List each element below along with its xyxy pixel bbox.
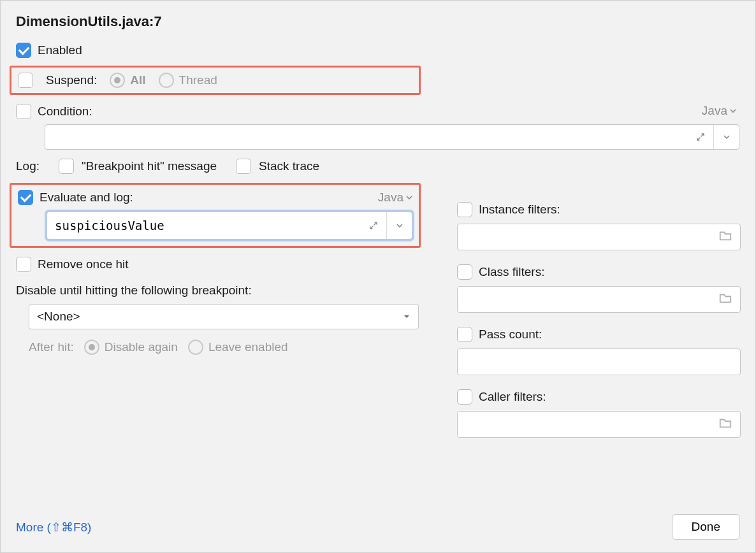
condition-language-label: Java <box>702 104 727 118</box>
log-row: Log: "Breakpoint hit" message Stack trac… <box>16 159 444 174</box>
pass-count-row: Pass count: <box>457 327 741 342</box>
right-column: Instance filters: Class filters: Pass co… <box>457 202 741 452</box>
after-hit-row: After hit: Disable again Leave enabled <box>29 340 444 355</box>
browse-icon[interactable] <box>718 229 732 246</box>
log-label: Log: <box>16 159 40 173</box>
pass-count-checkbox[interactable] <box>457 327 472 342</box>
condition-input[interactable] <box>45 130 688 144</box>
browse-icon[interactable] <box>718 291 732 308</box>
panel-title: DimensionUtils.java:7 <box>16 13 740 30</box>
remove-once-hit-row: Remove once hit <box>16 257 444 272</box>
disable-until-label: Disable until hitting the following brea… <box>16 284 444 298</box>
instance-filters-checkbox[interactable] <box>457 202 472 217</box>
evaluate-section: Evaluate and log: Java <box>10 183 421 248</box>
suspend-checkbox[interactable] <box>18 73 33 88</box>
disable-until-value: <None> <box>37 310 80 324</box>
suspend-section: Suspend: All Thread <box>10 66 421 95</box>
after-hit-disable-radio[interactable] <box>84 340 99 355</box>
after-hit-label: After hit: <box>29 340 74 354</box>
evaluate-history-dropdown[interactable] <box>386 212 412 239</box>
pass-count-label: Pass count: <box>479 327 542 341</box>
more-link[interactable]: More (⇧⌘F8) <box>16 520 91 535</box>
after-hit-leave-radio[interactable] <box>188 340 203 355</box>
footer: More (⇧⌘F8) Done <box>16 514 740 540</box>
chevron-down-icon <box>403 313 411 320</box>
class-filters-row: Class filters: <box>457 264 741 280</box>
evaluate-language-dropdown[interactable]: Java <box>378 190 412 205</box>
suspend-thread-radio[interactable] <box>159 73 174 88</box>
evaluate-language-label: Java <box>378 190 403 205</box>
caller-filters-checkbox[interactable] <box>457 389 472 405</box>
pass-count-input[interactable] <box>457 348 741 375</box>
condition-language-dropdown[interactable]: Java <box>702 104 736 118</box>
evaluate-input[interactable] <box>47 219 361 233</box>
enabled-checkbox[interactable] <box>16 43 31 58</box>
condition-label: Condition: <box>38 104 92 118</box>
condition-row: Condition: Java <box>16 104 444 150</box>
after-hit-disable-label: Disable again <box>105 340 178 354</box>
stack-checkbox[interactable] <box>236 159 251 174</box>
stack-label: Stack trace <box>259 159 319 173</box>
enabled-row: Enabled <box>16 43 444 58</box>
caller-filters-label: Caller filters: <box>479 390 546 404</box>
condition-input-combo <box>45 124 739 150</box>
instance-filters-label: Instance filters: <box>479 203 560 217</box>
suspend-all-radio[interactable] <box>110 73 125 88</box>
after-hit-leave-label: Leave enabled <box>208 340 288 354</box>
instance-filters-row: Instance filters: <box>457 202 741 217</box>
bphit-checkbox[interactable] <box>59 159 74 174</box>
class-filters-input[interactable] <box>457 286 741 313</box>
evaluate-label: Evaluate and log: <box>40 190 133 205</box>
disable-until-section: Disable until hitting the following brea… <box>16 284 444 355</box>
expand-icon[interactable] <box>361 212 386 239</box>
suspend-all-label: All <box>130 73 145 87</box>
caller-filters-input[interactable] <box>457 411 741 438</box>
enabled-label: Enabled <box>38 43 82 57</box>
class-filters-checkbox[interactable] <box>457 264 472 280</box>
instance-filters-input[interactable] <box>457 224 741 250</box>
evaluate-checkbox[interactable] <box>18 190 33 205</box>
bphit-label: "Breakpoint hit" message <box>82 159 217 173</box>
condition-history-dropdown[interactable] <box>713 125 739 149</box>
expand-icon[interactable] <box>688 125 713 149</box>
suspend-thread-label: Thread <box>179 73 217 87</box>
condition-checkbox[interactable] <box>16 104 31 119</box>
evaluate-input-combo <box>47 212 412 240</box>
caller-filters-row: Caller filters: <box>457 389 741 405</box>
remove-once-hit-label: Remove once hit <box>38 257 129 271</box>
left-column: Enabled Suspend: All Thread Condition: <box>16 43 444 355</box>
done-button[interactable]: Done <box>672 514 740 540</box>
remove-once-hit-checkbox[interactable] <box>16 257 31 272</box>
browse-icon[interactable] <box>718 416 732 433</box>
chevron-down-icon <box>730 108 736 114</box>
chevron-down-icon <box>406 194 412 201</box>
disable-until-select[interactable]: <None> <box>29 304 419 329</box>
class-filters-label: Class filters: <box>479 265 544 279</box>
breakpoint-settings-panel: DimensionUtils.java:7 Enabled Suspend: A… <box>0 0 756 553</box>
suspend-label: Suspend: <box>46 73 97 87</box>
